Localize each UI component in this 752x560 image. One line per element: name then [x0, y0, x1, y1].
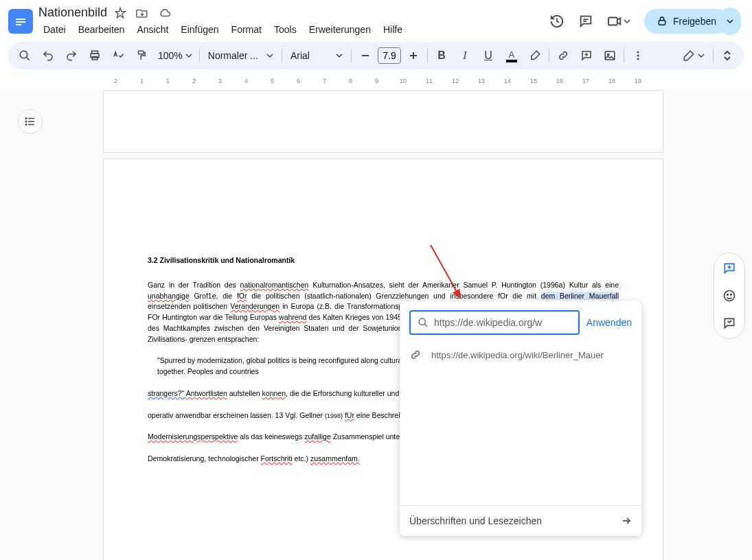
svg-line-31 — [424, 324, 427, 327]
zoom-select[interactable]: 100% — [154, 50, 196, 61]
suggest-side-button[interactable] — [717, 311, 742, 336]
more-tools-icon[interactable] — [627, 45, 649, 67]
svg-point-35 — [727, 294, 729, 296]
svg-point-20 — [637, 51, 639, 54]
svg-rect-0 — [16, 19, 25, 20]
menu-einfuegen[interactable]: Einfügen — [176, 23, 223, 36]
svg-point-21 — [637, 55, 639, 57]
menu-format[interactable]: Format — [227, 23, 266, 36]
document-outline-button[interactable] — [18, 109, 43, 134]
print-icon[interactable] — [84, 45, 106, 67]
paint-format-icon[interactable] — [130, 45, 152, 67]
link-suggestion-item[interactable]: https://de.wikipedia.org/wiki/Berliner_M… — [400, 342, 641, 368]
horizontal-ruler[interactable]: 2 1 1 2 3 4 5 6 7 8 9 10 11 12 13 14 15 … — [109, 75, 664, 90]
menu-hilfe[interactable]: Hilfe — [378, 23, 407, 36]
arrow-right-icon — [621, 515, 632, 526]
svg-point-22 — [637, 58, 639, 60]
font-size-input[interactable]: 7.9 — [378, 47, 401, 64]
spellcheck-icon[interactable] — [107, 45, 129, 67]
svg-point-36 — [731, 294, 732, 296]
section-heading: 3.2 Zivilisationskritik und Nationalroma… — [148, 255, 619, 266]
menu-ansicht[interactable]: Ansicht — [132, 23, 173, 36]
add-comment-icon[interactable] — [576, 45, 597, 67]
link-icon — [409, 349, 422, 361]
cloud-status-icon[interactable] — [158, 7, 172, 19]
page-previous[interactable] — [103, 90, 663, 153]
add-emoji-side-button[interactable] — [717, 283, 742, 308]
comments-icon[interactable] — [578, 14, 593, 29]
toolbar: 100% Normaler ... Arial 7.9 B I U A — [8, 42, 744, 69]
svg-rect-1 — [16, 21, 25, 23]
svg-point-27 — [25, 121, 27, 122]
insert-link-icon[interactable] — [552, 45, 574, 67]
link-url-input[interactable] — [434, 317, 571, 328]
insert-image-icon[interactable] — [599, 45, 621, 67]
selected-link-text: dem Berliner Mauerfall — [541, 292, 619, 300]
editing-mode-select[interactable] — [677, 49, 710, 62]
menu-datei[interactable]: Datei — [38, 23, 71, 36]
redo-icon[interactable] — [60, 45, 82, 67]
highlight-color-icon[interactable] — [524, 45, 546, 67]
undo-icon[interactable] — [37, 45, 59, 67]
move-icon[interactable] — [136, 7, 148, 19]
paragraph-style-select[interactable]: Normaler ... — [203, 50, 279, 61]
svg-point-28 — [25, 124, 27, 126]
side-action-buttons — [714, 253, 745, 339]
insert-link-popup: Anwenden https://de.wikipedia.org/wiki/B… — [400, 301, 641, 536]
share-button[interactable]: Freigeben — [644, 9, 729, 34]
svg-point-19 — [608, 54, 609, 55]
text-color-icon[interactable]: A — [501, 45, 523, 67]
document-title[interactable]: Nationenbild — [38, 5, 107, 20]
menu-bar: Datei Bearbeiten Ansicht Einfügen Format… — [38, 23, 544, 36]
svg-rect-5 — [608, 17, 617, 25]
svg-point-26 — [25, 118, 27, 119]
italic-icon[interactable]: I — [454, 45, 476, 67]
search-menus-icon[interactable] — [14, 45, 36, 67]
link-search-field[interactable] — [409, 310, 580, 335]
history-icon[interactable] — [549, 14, 565, 29]
share-dropdown[interactable] — [719, 8, 741, 35]
apply-link-button[interactable]: Anwenden — [586, 317, 632, 328]
docs-logo[interactable] — [8, 9, 33, 34]
underline-icon[interactable]: U — [477, 45, 499, 67]
add-comment-side-button[interactable] — [717, 256, 742, 281]
star-icon[interactable] — [114, 7, 126, 19]
svg-rect-12 — [139, 51, 144, 54]
svg-line-8 — [26, 57, 30, 60]
bold-icon[interactable]: B — [431, 45, 453, 67]
link-suggestion-text: https://de.wikipedia.org/wiki/Berliner_M… — [431, 350, 604, 360]
search-icon — [418, 317, 429, 328]
svg-rect-6 — [659, 20, 665, 25]
menu-bearbeiten[interactable]: Bearbeiten — [73, 23, 130, 36]
menu-erweiterungen[interactable]: Erweiterungen — [304, 23, 376, 36]
svg-point-30 — [419, 318, 425, 325]
meet-icon[interactable] — [607, 14, 630, 29]
menu-tools[interactable]: Tools — [269, 23, 301, 36]
collapse-panel-icon[interactable] — [716, 45, 738, 67]
share-label: Freigeben — [673, 16, 716, 27]
svg-point-7 — [20, 51, 27, 58]
increase-font-icon[interactable] — [402, 45, 424, 67]
decrease-font-icon[interactable] — [354, 45, 376, 67]
font-select[interactable]: Arial — [285, 50, 348, 61]
svg-point-34 — [725, 291, 735, 301]
headings-bookmarks-button[interactable]: Überschriften und Lesezeichen — [400, 505, 641, 536]
svg-rect-2 — [16, 24, 21, 25]
